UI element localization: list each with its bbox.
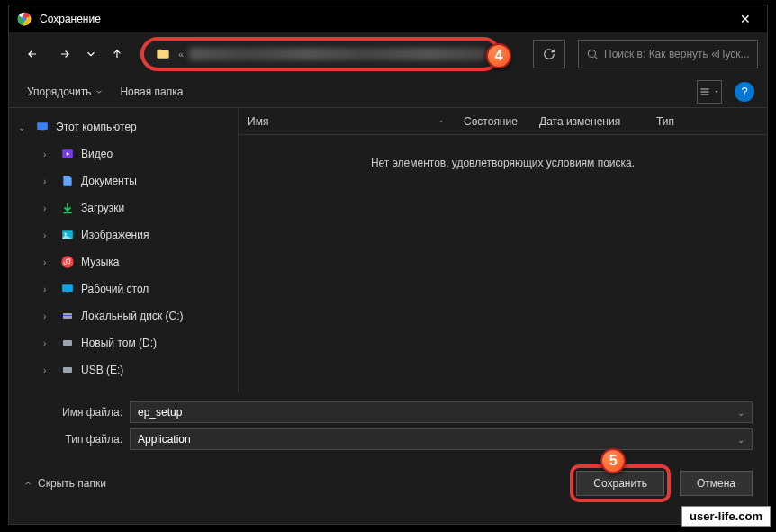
search-icon bbox=[586, 48, 599, 60]
chevron-right-icon: › bbox=[43, 284, 54, 294]
sort-asc-icon bbox=[437, 117, 446, 126]
filename-label: Имя файла: bbox=[23, 406, 130, 419]
forward-button[interactable] bbox=[50, 40, 79, 68]
column-headers: Имя Состояние Дата изменения Тип bbox=[239, 108, 767, 135]
desktop-icon bbox=[59, 282, 76, 296]
pictures-icon bbox=[59, 228, 76, 242]
recent-dropdown[interactable] bbox=[83, 40, 99, 68]
folder-icon bbox=[155, 47, 171, 61]
toolbar: Упорядочить Новая папка ? bbox=[9, 76, 767, 108]
column-date[interactable]: Дата изменения bbox=[530, 115, 647, 128]
window-title: Сохранение bbox=[40, 13, 731, 25]
chevron-right-icon: › bbox=[43, 203, 54, 213]
tree-item-desktop[interactable]: ›Рабочий стол bbox=[9, 275, 238, 302]
bottom-panel: Имя файла: ep_setup⌄ Тип файла: Applicat… bbox=[9, 392, 767, 459]
svg-rect-4 bbox=[41, 131, 45, 131]
column-state[interactable]: Состояние bbox=[455, 115, 530, 128]
tree-item-music[interactable]: ›Музыка bbox=[9, 248, 238, 275]
new-folder-button[interactable]: Новая папка bbox=[114, 82, 188, 102]
column-type[interactable]: Тип bbox=[647, 115, 767, 128]
usb-icon bbox=[59, 363, 76, 377]
filename-input[interactable]: ep_setup⌄ bbox=[130, 401, 753, 423]
svg-rect-14 bbox=[63, 367, 72, 373]
address-path-blurred bbox=[189, 48, 486, 60]
tree-item-usb-e[interactable]: ›USB (E:) bbox=[9, 356, 238, 383]
chevron-right-icon: › bbox=[43, 149, 54, 159]
tree-item-documents[interactable]: ›Документы bbox=[9, 167, 238, 194]
svg-rect-9 bbox=[62, 284, 73, 292]
back-button[interactable] bbox=[18, 40, 47, 68]
sidebar: ⌄ Этот компьютер ›Видео ›Документы ›Загр… bbox=[9, 108, 238, 392]
chevron-right-icon: › bbox=[43, 338, 54, 348]
path-prefix: « bbox=[178, 49, 184, 59]
tree-item-pictures[interactable]: ›Изображения bbox=[9, 221, 238, 248]
save-button[interactable]: Сохранить bbox=[576, 471, 664, 496]
tree-item-disk-c[interactable]: ›Локальный диск (C:) bbox=[9, 302, 238, 329]
svg-point-7 bbox=[65, 233, 67, 235]
video-icon bbox=[59, 147, 76, 161]
save-dialog: Сохранение ✕ « 4 Поиск в: Как вернуть «П… bbox=[8, 5, 768, 525]
svg-rect-10 bbox=[66, 293, 69, 293]
chevron-up-icon bbox=[23, 479, 32, 488]
chevron-right-icon: › bbox=[43, 257, 54, 267]
tree-label: Этот компьютер bbox=[56, 121, 137, 133]
documents-icon bbox=[59, 174, 76, 188]
disk-icon bbox=[59, 336, 76, 350]
svg-point-2 bbox=[588, 50, 595, 57]
tree-item-video[interactable]: ›Видео bbox=[9, 140, 238, 167]
chevron-right-icon: › bbox=[43, 176, 54, 186]
chevron-right-icon: › bbox=[43, 230, 54, 240]
music-icon bbox=[59, 255, 76, 269]
tree-this-pc[interactable]: ⌄ Этот компьютер bbox=[9, 113, 238, 140]
chevron-down-icon: ⌄ bbox=[737, 408, 744, 418]
cancel-button[interactable]: Отмена bbox=[680, 471, 753, 496]
expand-icon: ⌄ bbox=[18, 122, 29, 132]
svg-rect-3 bbox=[37, 122, 48, 130]
close-button[interactable]: ✕ bbox=[731, 8, 760, 30]
view-options-button[interactable] bbox=[697, 80, 722, 104]
annotation-badge-5: 5 bbox=[600, 448, 626, 473]
watermark: user-life.com bbox=[681, 506, 771, 527]
address-bar[interactable]: « 4 bbox=[140, 37, 501, 71]
pc-icon bbox=[34, 120, 50, 134]
refresh-button[interactable] bbox=[533, 40, 565, 68]
svg-rect-12 bbox=[63, 315, 72, 316]
disk-icon bbox=[59, 309, 76, 323]
filetype-select[interactable]: Application⌄ bbox=[130, 428, 753, 450]
filetype-label: Тип файла: bbox=[23, 433, 130, 446]
chevron-right-icon: › bbox=[43, 365, 54, 375]
empty-message: Нет элементов, удовлетворяющих условиям … bbox=[239, 135, 767, 169]
body-area: ⌄ Этот компьютер ›Видео ›Документы ›Загр… bbox=[9, 108, 767, 392]
downloads-icon bbox=[59, 201, 76, 215]
up-button[interactable] bbox=[103, 40, 131, 68]
help-button[interactable]: ? bbox=[735, 82, 754, 102]
organize-button[interactable]: Упорядочить bbox=[22, 82, 109, 102]
tree-item-downloads[interactable]: ›Загрузки bbox=[9, 194, 238, 221]
footer: Скрыть папки Сохранить 5 Отмена bbox=[9, 459, 767, 511]
annotation-badge-4: 4 bbox=[486, 43, 511, 68]
navigation-bar: « 4 Поиск в: Как вернуть «Пуск... bbox=[9, 32, 767, 76]
file-list-area: Имя Состояние Дата изменения Тип Нет эле… bbox=[238, 108, 767, 392]
chevron-down-icon bbox=[95, 87, 104, 96]
svg-rect-13 bbox=[63, 340, 72, 346]
search-placeholder: Поиск в: Как вернуть «Пуск... bbox=[604, 48, 750, 60]
app-icon bbox=[16, 11, 32, 27]
titlebar: Сохранение ✕ bbox=[9, 5, 767, 32]
column-name[interactable]: Имя bbox=[239, 115, 455, 128]
chevron-down-icon: ⌄ bbox=[737, 435, 744, 445]
save-button-highlight: Сохранить 5 bbox=[570, 464, 671, 502]
chevron-right-icon: › bbox=[43, 311, 54, 321]
search-input[interactable]: Поиск в: Как вернуть «Пуск... bbox=[578, 40, 758, 68]
hide-folders-toggle[interactable]: Скрыть папки bbox=[23, 477, 106, 490]
tree-item-disk-d[interactable]: ›Новый том (D:) bbox=[9, 329, 238, 356]
